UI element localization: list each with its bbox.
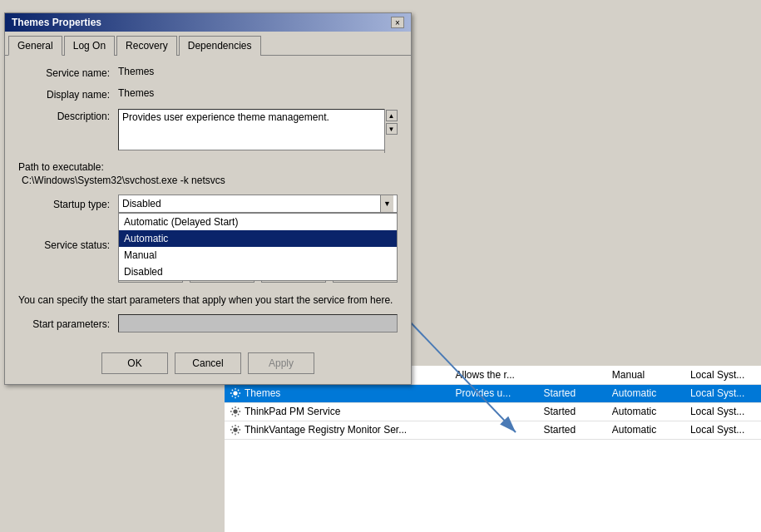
ok-button[interactable]: OK — [101, 352, 168, 374]
service-name-value: Themes — [118, 66, 154, 77]
tab-general[interactable]: General — [8, 36, 62, 56]
tab-recovery[interactable]: Recovery — [116, 36, 177, 56]
description-label: Description: — [18, 109, 118, 122]
dialog-titlebar: Themes Properties × — [5, 13, 411, 32]
table-row[interactable]: ThinkVantage Registry Monitor Ser...Star… — [225, 421, 761, 439]
dropdown-item-disabled[interactable]: Disabled — [119, 264, 397, 280]
display-name-label: Display name: — [18, 87, 118, 101]
dialog-body: Service name: Themes Display name: Theme… — [5, 56, 411, 346]
scroll-down-btn[interactable]: ▼ — [386, 123, 398, 135]
dropdown-item-delayed[interactable]: Automatic (Delayed Start) — [119, 214, 397, 230]
svg-point-1 — [233, 392, 237, 396]
path-value: C:\Windows\System32\svchost.exe -k netsv… — [18, 175, 398, 186]
dropdown-item-manual[interactable]: Manual — [119, 247, 397, 264]
service-name-label: Service name: — [18, 66, 118, 79]
dialog-close-button[interactable]: × — [391, 17, 404, 28]
startup-selected-value: Disabled — [122, 198, 161, 209]
display-name-row: Display name: Themes — [18, 87, 398, 101]
startup-row: Startup type: Disabled ▼ Automatic (Dela… — [18, 195, 398, 213]
startup-select-container: Disabled ▼ Automatic (Delayed Start) Aut… — [118, 195, 398, 213]
scroll-up-btn[interactable]: ▲ — [386, 110, 398, 121]
description-scrollbar: ▲ ▼ — [384, 109, 398, 153]
startup-dropdown-list: Automatic (Delayed Start) Automatic Manu… — [118, 213, 398, 281]
dropdown-item-automatic[interactable]: Automatic — [119, 230, 397, 247]
tabs-bar: General Log On Recovery Dependencies — [5, 32, 411, 56]
tab-dependencies[interactable]: Dependencies — [179, 36, 261, 56]
display-name-value: Themes — [118, 87, 154, 99]
path-label: Path to executable: — [18, 161, 398, 173]
dialog-title: Themes Properties — [12, 17, 101, 28]
description-box: Provides user experience theme managemen… — [118, 109, 398, 153]
start-params-label: Start parameters: — [18, 317, 118, 330]
start-params-row: Start parameters: — [18, 314, 398, 332]
startup-select-button[interactable]: Disabled ▼ — [118, 195, 398, 213]
dialog-footer: OK Cancel Apply — [5, 346, 411, 384]
select-dropdown-arrow: ▼ — [380, 195, 393, 212]
description-textarea[interactable]: Provides user experience theme managemen… — [118, 109, 398, 150]
info-text: You can specify the start parameters tha… — [18, 294, 398, 306]
cancel-button[interactable]: Cancel — [175, 352, 241, 374]
start-params-input[interactable] — [118, 314, 398, 332]
table-row[interactable]: ThemesProvides u...StartedAutomaticLocal… — [225, 384, 761, 402]
apply-button[interactable]: Apply — [248, 352, 314, 374]
description-row: Description: Provides user experience th… — [18, 109, 398, 153]
svg-point-3 — [233, 428, 237, 432]
table-row[interactable]: ThinkPad PM ServiceStartedAutomaticLocal… — [225, 402, 761, 421]
status-label: Service status: — [18, 238, 118, 251]
path-row: Path to executable: C:\Windows\System32\… — [18, 161, 398, 186]
tab-logon[interactable]: Log On — [64, 36, 115, 56]
svg-point-2 — [233, 410, 237, 414]
service-name-row: Service name: Themes — [18, 66, 398, 79]
services-background: Terminal Services UserMode Port R...Allo… — [225, 366, 761, 532]
themes-properties-dialog: Themes Properties × General Log On Recov… — [4, 12, 412, 385]
startup-label: Startup type: — [18, 197, 118, 210]
